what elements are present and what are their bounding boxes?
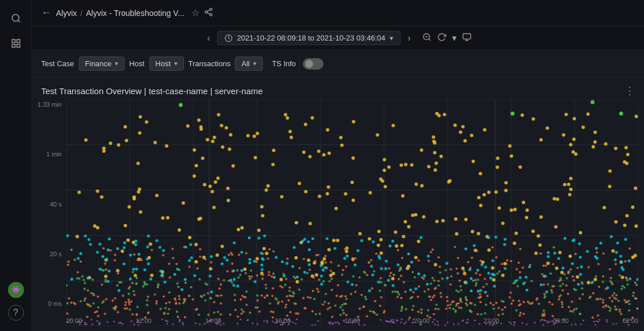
ts-info-label: TS Info	[272, 59, 296, 68]
y-label-0: 1.33 min	[32, 102, 62, 108]
svg-point-6	[210, 8, 212, 10]
search-icon[interactable]	[6, 8, 26, 29]
time-range-picker[interactable]: 2021-10-22 08:09:18 to 2021-10-23 03:46:…	[217, 31, 401, 45]
all-chevron: ▾	[253, 60, 257, 67]
time-range-chevron: ▾	[390, 34, 393, 42]
share-button[interactable]	[204, 7, 213, 19]
finance-value: Finance	[85, 59, 111, 68]
svg-rect-5	[17, 45, 19, 47]
scatter-chart	[66, 99, 638, 326]
all-value: All	[241, 59, 249, 68]
svg-point-7	[205, 11, 207, 13]
time-prev-button[interactable]: ‹	[205, 31, 212, 46]
finance-dropdown[interactable]: Finance ▾	[79, 56, 125, 71]
svg-rect-4	[12, 45, 15, 47]
host-value: Host	[155, 59, 171, 68]
x-label-0: 10:00	[66, 317, 82, 324]
breadcrumb-page: Alyvix - Troubleshooting V...	[86, 9, 184, 18]
chart-header: Test Transaction Overview | test-case-na…	[32, 78, 644, 99]
x-label-3: 16:00	[275, 317, 291, 324]
x-label-4: 18:00	[345, 317, 361, 324]
monitor-button[interactable]	[462, 33, 471, 44]
help-label: ?	[13, 308, 18, 318]
refresh-dropdown-button[interactable]: ▾	[452, 33, 457, 43]
chart-menu-button[interactable]: ⋮	[625, 84, 635, 97]
back-button[interactable]: ←	[41, 7, 51, 19]
chart-area: 1.33 min 1 min 40 s 20 s 0 ms 10:00 12:0…	[32, 99, 644, 326]
user-avatar: 👾	[8, 282, 24, 298]
time-next-button[interactable]: ›	[405, 31, 413, 46]
timebar: ‹ 2021-10-22 08:09:18 to 2021-10-23 03:4…	[32, 26, 644, 50]
avatar-icon[interactable]: 👾	[6, 280, 26, 300]
ts-info-toggle[interactable]	[303, 58, 323, 70]
x-label-2: 14:00	[205, 317, 221, 324]
transactions-label: Transactions	[189, 59, 231, 68]
svg-line-1	[18, 20, 19, 22]
breadcrumb-separator: /	[81, 9, 83, 18]
y-axis: 1.33 min 1 min 40 s 20 s 0 ms	[32, 99, 66, 309]
refresh-button[interactable]	[437, 33, 446, 44]
x-label-1: 12:00	[136, 317, 152, 324]
zoom-out-button[interactable]	[422, 33, 431, 44]
host-dropdown[interactable]: Host ▾	[149, 56, 184, 71]
chart-title: Test Transaction Overview | test-case-na…	[41, 86, 263, 96]
all-dropdown[interactable]: All ▾	[235, 56, 262, 71]
svg-rect-2	[12, 39, 15, 42]
filterbar: Test Case Finance ▾ Host Host ▾ Transact…	[32, 50, 644, 78]
test-case-label: Test Case	[41, 59, 74, 68]
x-label-6: 22:00	[483, 317, 499, 324]
topbar-actions: ☆	[191, 7, 213, 19]
timebar-right-actions: ▾	[422, 33, 471, 44]
finance-chevron: ▾	[115, 60, 118, 67]
clock-icon	[225, 34, 233, 42]
breadcrumb-root: Alyvix	[56, 9, 77, 18]
y-label-1: 1 min	[32, 151, 62, 158]
chart-container: Test Transaction Overview | test-case-na…	[32, 78, 644, 331]
x-label-5: 20:00	[414, 317, 430, 324]
breadcrumb: Alyvix / Alyvix - Troubleshooting V...	[56, 9, 185, 18]
time-range-text: 2021-10-22 08:09:18 to 2021-10-23 03:46:…	[237, 34, 386, 42]
svg-rect-15	[463, 34, 470, 39]
help-icon[interactable]: ?	[8, 305, 24, 321]
host-label: Host	[129, 59, 145, 68]
svg-rect-3	[17, 39, 19, 42]
x-axis: 10:00 12:00 14:00 16:00 18:00 20:00 22:0…	[66, 317, 638, 324]
main-content: ← Alyvix / Alyvix - Troubleshooting V...…	[32, 0, 644, 331]
svg-line-13	[429, 39, 430, 41]
y-label-4: 0 ms	[32, 301, 62, 307]
x-label-7: 00:00	[553, 317, 569, 324]
star-button[interactable]: ☆	[191, 7, 199, 18]
x-label-8: 02:00	[622, 317, 638, 324]
svg-point-8	[210, 13, 212, 15]
sidebar-bottom: 👾 ?	[6, 277, 26, 325]
svg-point-0	[12, 14, 19, 21]
svg-line-9	[207, 13, 210, 14]
grid-icon[interactable]	[6, 33, 26, 54]
sidebar: 👾 ?	[0, 0, 32, 331]
y-label-3: 20 s	[32, 251, 62, 257]
host-chevron: ▾	[174, 60, 178, 67]
svg-line-10	[207, 10, 210, 11]
topbar: ← Alyvix / Alyvix - Troubleshooting V...…	[32, 0, 644, 26]
y-label-2: 40 s	[32, 201, 62, 208]
